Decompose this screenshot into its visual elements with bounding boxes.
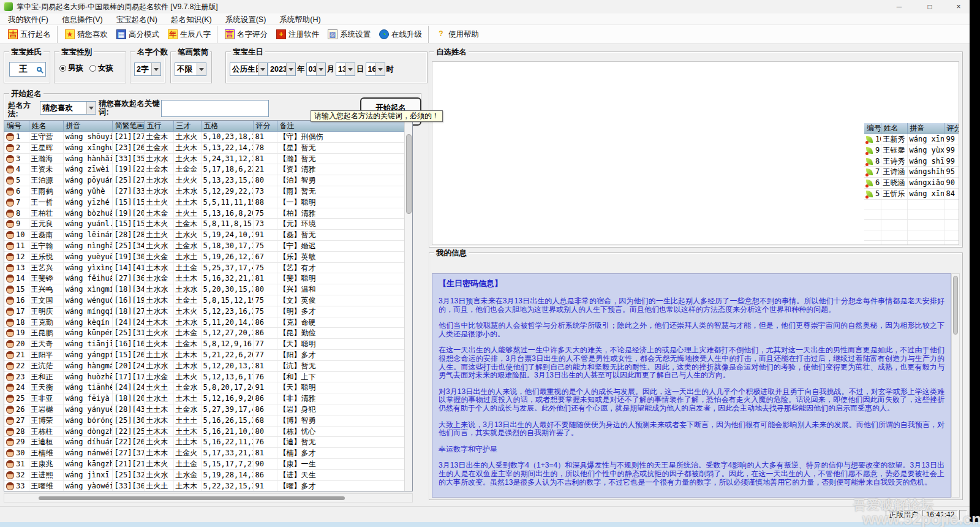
- table-row[interactable]: 20 王天奇 wáng tiānjī [16][16] 土火木 土金木 5,8,…: [4, 339, 404, 350]
- column-header[interactable]: 拼音: [63, 121, 112, 132]
- table-row[interactable]: 17 王明庆 wáng míngqìng [18][27] 土水木 土木火 5,…: [4, 306, 404, 317]
- table-row[interactable]: 9 王元良 wáng yuánl... [15][15] 土木火 土金木 5,8…: [4, 219, 404, 230]
- table-row[interactable]: 6 王晓涵 wángxiǎohán 90 土火水 土水金 5,20,28,13,…: [864, 178, 959, 189]
- table-row[interactable]: 19 王昆鹏 wáng kūnpéng [25][31] 土火水 土木金 5,1…: [4, 328, 404, 339]
- menu-item[interactable]: 我的软件(F): [1, 14, 55, 25]
- table-row[interactable]: 28 王栋柱 wáng dòngzhù [22][25] 土木木 土土木 5,1…: [4, 426, 404, 437]
- column-header[interactable]: 五格: [201, 121, 253, 132]
- table-row[interactable]: 7 王诗涵 wángshīhán 95 土金水 土金土 5,17,25,13,2…: [864, 167, 959, 178]
- column-header[interactable]: 评分: [944, 123, 959, 134]
- table-row[interactable]: 32 王进熙 wáng jìnxī [25][32] 土火水 土水金 5,19,…: [4, 469, 404, 480]
- name-count-select[interactable]: 2字: [134, 63, 161, 76]
- table-row[interactable]: 33 王曜维 wáng yàowéi [33][36] 土火土 土木木 5,22…: [4, 480, 404, 491]
- table-row[interactable]: 10 王新秀 wáng xīnxiù 99 土金金 土金水 5,17,20,8,…: [864, 134, 959, 145]
- table-row[interactable]: 31 王康兆 wáng kāngzhào [21][21] 土木火 土土金 5,…: [4, 458, 404, 469]
- table-row[interactable]: 30 王楠维 wáng nánwéi [27][37] 土木木 土金火 5,17…: [4, 448, 404, 459]
- table-row[interactable]: 5 王忻乐 wáng xīnyuì 84 土水火 土木火 5,12,23,16,…: [864, 188, 959, 199]
- column-header[interactable]: 评分: [253, 121, 277, 132]
- year-select[interactable]: 2023: [268, 63, 296, 76]
- toolbar-button[interactable]: ◔ 在线升级: [375, 26, 426, 43]
- scrollbar-thumb[interactable]: [953, 276, 958, 335]
- table-row[interactable]: 1 王守营 wáng shǒuyíng [21][27] 土金木 土水火 5,1…: [4, 132, 404, 143]
- table-row[interactable]: 15 王兴鸣 wáng xìngmíng [18][34] 土水水 土水水 5,…: [4, 284, 404, 295]
- column-header[interactable]: 拼音: [907, 123, 944, 134]
- chevron-down-icon[interactable]: [86, 102, 96, 114]
- column-header[interactable]: 编号: [864, 123, 881, 134]
- toolbar-button[interactable]: ▨ 系统设置: [323, 26, 375, 43]
- table-row[interactable]: 3 王瀚海 wáng hànhǎi [33][35] 土水水 土火木 5,24,…: [4, 153, 404, 164]
- keyword-input[interactable]: [161, 100, 269, 117]
- table-row[interactable]: 2 王星晖 wáng xīnghuī [23][26] 土金水 土火木 5,13…: [4, 142, 404, 153]
- table-row[interactable]: 16 王文国 wáng wénguó [16][19] 土水木 土金土 5,8,…: [4, 295, 404, 306]
- menu-item[interactable]: 起名知识(K): [164, 14, 219, 25]
- table-row[interactable]: 25 王非亚 wáng fēiyà [18][20] 土水土 土木土 5,12,…: [4, 393, 404, 404]
- search-icon[interactable]: [37, 67, 42, 72]
- close-button[interactable]: ×: [949, 0, 968, 13]
- table-row[interactable]: 27 王博荣 wáng bóróng [25][30] 土水木 土土土 5,16…: [4, 415, 404, 426]
- toolbar-button[interactable]: 言 名字评分: [217, 26, 272, 43]
- table-row[interactable]: 7 王一哲 wáng yīzhé [15][15] 土土火 土土木 5,5,11…: [4, 197, 404, 208]
- chevron-down-icon[interactable]: [316, 63, 325, 75]
- app-window: 掌中宝-周易起名大师-中国最棒的周易起名软件 [V9.7.8注册版] ─ □ ×…: [0, 0, 970, 522]
- menu-item[interactable]: 信息操作(V): [55, 14, 110, 25]
- female-radio[interactable]: [89, 65, 96, 72]
- table-row[interactable]: 29 王迪桓 wáng díhuán [22][26] 土火木 土土木 5,16…: [4, 437, 404, 448]
- toolbar-button[interactable]: ▦ 高分模式: [112, 26, 164, 43]
- toolbar-button[interactable]: ★ 猜您喜欢: [57, 26, 112, 43]
- left-table-vertical-scrollbar[interactable]: [404, 121, 412, 491]
- table-row[interactable]: 4 王资未 wáng zīwèi [19][22] 土金木 土金金 5,17,1…: [4, 164, 404, 175]
- toolbar-button[interactable]: ? 使用帮助: [428, 26, 483, 43]
- surname-input[interactable]: 王: [9, 62, 46, 77]
- left-table-horizontal-scrollbar[interactable]: [4, 493, 413, 502]
- table-row[interactable]: 8 王诗秀 wáng shīxiù 99 土金金 土金水 5,17,20,8,2…: [864, 156, 959, 167]
- table-row[interactable]: 14 王斐铧 wáng fěihuá [27][36] 土水金 土土木 5,16…: [4, 273, 404, 284]
- info-panel-scrollbar[interactable]: [951, 273, 960, 498]
- column-header[interactable]: 编号: [4, 121, 29, 132]
- female-radio-label[interactable]: 女孩: [98, 63, 113, 74]
- chevron-down-icon[interactable]: [375, 63, 385, 75]
- hour-select[interactable]: 16: [366, 63, 385, 76]
- column-header[interactable]: 简繁笔画: [112, 121, 144, 132]
- calendar-type-select[interactable]: 公历生日: [230, 63, 268, 76]
- table-row[interactable]: 13 王艺兴 wáng yìxìng [14][41] 土木水 土土金 5,25…: [4, 262, 404, 273]
- maximize-button[interactable]: □: [920, 0, 940, 13]
- toolbar-button[interactable]: 年 生辰八字: [164, 26, 215, 43]
- scrollbar-thumb[interactable]: [406, 134, 412, 214]
- table-row[interactable]: 5 王泊源 wáng pōyuán [25][27] 土水水 土火火 5,13,…: [4, 175, 404, 186]
- menu-item[interactable]: 宝宝起名(N): [110, 14, 164, 25]
- column-header[interactable]: 五行: [144, 121, 173, 132]
- scrollbar-thumb[interactable]: [39, 496, 345, 500]
- table-row[interactable]: 12 王乐悦 wáng yuèyuè [19][30] 土火金 土水土 5,19…: [4, 251, 404, 262]
- table-row[interactable]: 10 王磊南 wáng lěinán [28][28] 土土火 土水火 5,19…: [4, 230, 404, 241]
- table-row[interactable]: 23 王和正 wáng huòzhēng [17][17] 土水金 土木火 5,…: [4, 371, 404, 382]
- male-radio[interactable]: [59, 65, 66, 72]
- column-header[interactable]: 三才: [173, 121, 201, 132]
- column-header[interactable]: 姓名: [881, 123, 907, 134]
- table-row[interactable]: 26 王岩樾 wáng yányuè [28][43] 土土木 土金水 5,27…: [4, 404, 404, 415]
- menu-item[interactable]: 系统帮助(H): [273, 14, 327, 25]
- month-select[interactable]: 03: [306, 63, 326, 76]
- chevron-down-icon[interactable]: [286, 63, 295, 75]
- minimize-button[interactable]: ─: [889, 0, 909, 13]
- chevron-down-icon[interactable]: [258, 63, 267, 75]
- male-radio-label[interactable]: 男孩: [68, 63, 83, 74]
- table-row[interactable]: 18 王克勤 wáng kèqín [24][24] 土木木 土木水 5,11,…: [4, 317, 404, 328]
- table-row[interactable]: 8 王柏壮 wáng bòzhuàng [19][20] 土木金 土火土 5,1…: [4, 208, 404, 219]
- column-header[interactable]: 备注: [277, 121, 404, 132]
- menu-item[interactable]: 系统设置(S): [219, 14, 273, 25]
- table-row[interactable]: 6 王雨鹤 wáng yǔhè [27][33] 土水水 土木水 5,12,29…: [4, 186, 404, 197]
- table-row[interactable]: 22 王沆茫 wáng hàngmáng [20][24] 土水水 土木水 5,…: [4, 360, 404, 371]
- chevron-down-icon[interactable]: [197, 63, 206, 75]
- naming-method-select[interactable]: 猜您喜欢: [40, 101, 96, 115]
- chevron-down-icon[interactable]: [345, 63, 355, 75]
- day-select[interactable]: 13: [336, 63, 355, 76]
- strokes-select[interactable]: 不限: [175, 63, 206, 76]
- column-header[interactable]: 姓名: [29, 121, 63, 132]
- table-row[interactable]: 9 王钰馨 wáng yùxīn 99 土金金 土金火 5,17,33,21,3…: [864, 145, 959, 156]
- toolbar-button[interactable]: + 注册软件: [272, 26, 323, 43]
- table-row[interactable]: 21 王阳平 wáng yángpíng [15][26] 土土水 土木木 5,…: [4, 349, 404, 360]
- table-row[interactable]: 24 王天衡 wáng tiānhéng [24][24] 土火土 土金水 5,…: [4, 382, 404, 393]
- toolbar-button[interactable]: 吉 五行起名: [4, 26, 55, 43]
- chevron-down-icon[interactable]: [151, 63, 160, 75]
- table-row[interactable]: 11 王宁翰 wáng nìnghàn [25][34] 土火水 土金水 5,1…: [4, 240, 404, 251]
